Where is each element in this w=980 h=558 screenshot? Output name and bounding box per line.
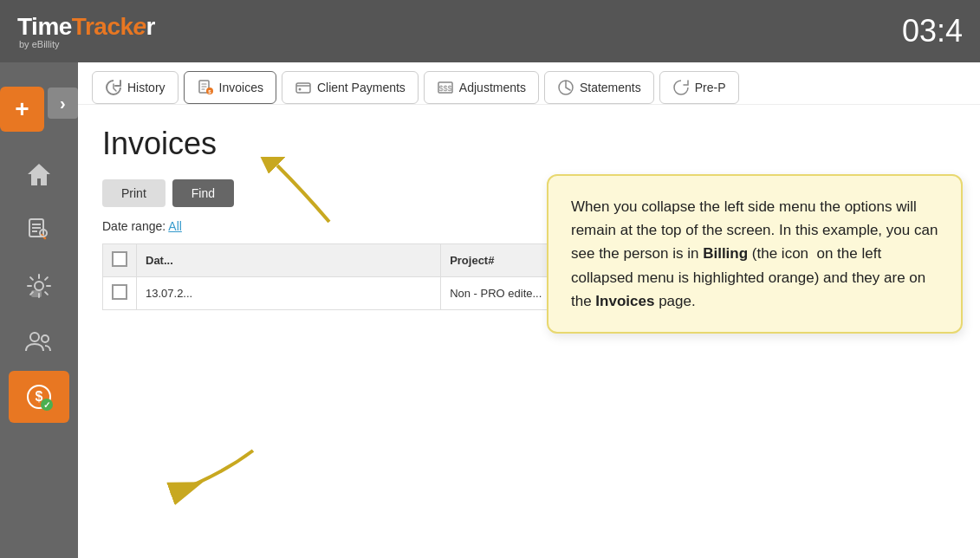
- col-header-checkbox: [103, 244, 137, 277]
- collapse-button[interactable]: ›: [48, 88, 78, 119]
- pre-p-icon: [672, 79, 690, 96]
- tab-invoices[interactable]: $ Invoices: [184, 71, 276, 104]
- logo-text: TimeTracker: [17, 13, 155, 41]
- date-range-label: Date range:: [102, 219, 165, 233]
- home-icon: [24, 160, 54, 190]
- adjustments-icon: $$$: [437, 79, 454, 96]
- statements-icon: [557, 79, 574, 96]
- billing-icon: $ ✓: [24, 382, 54, 412]
- team-icon: [24, 327, 54, 356]
- sidebar-nav: $ ✓: [0, 149, 78, 423]
- client-payments-icon: [295, 79, 312, 96]
- tab-client-payments-label: Client Payments: [317, 81, 406, 94]
- tab-adjustments[interactable]: $$$ Adjustments: [424, 71, 539, 104]
- sidebar-item-home[interactable]: [9, 149, 69, 201]
- tab-bar: History $ Invoices: [78, 62, 980, 105]
- invoices-icon: $: [197, 79, 214, 96]
- arrow-to-billing: [158, 442, 262, 515]
- tooltip-text3: page.: [654, 293, 695, 309]
- reports-icon: [24, 216, 54, 245]
- find-button[interactable]: Find: [172, 179, 234, 207]
- logo-sub: by eBillity: [19, 39, 59, 49]
- row-checkbox-cell: [103, 277, 137, 310]
- tooltip-bold1: Billing: [703, 245, 748, 262]
- tab-adjustments-label: Adjustments: [459, 81, 526, 94]
- main-layout: + ›: [0, 62, 980, 558]
- content-area: History $ Invoices: [78, 62, 980, 558]
- svg-text:✓: ✓: [43, 400, 50, 410]
- tab-history-label: History: [127, 81, 165, 94]
- svg-rect-6: [31, 290, 42, 297]
- svg-point-7: [30, 333, 39, 341]
- header-checkbox[interactable]: [112, 251, 127, 267]
- print-button[interactable]: Print: [102, 179, 165, 207]
- tooltip-box: When you collapse the left side menu the…: [547, 174, 963, 334]
- svg-rect-16: [296, 83, 310, 93]
- sidebar-top-row: + ›: [0, 75, 78, 132]
- date-range-link[interactable]: All: [168, 219, 182, 233]
- arrow-to-tab: [251, 157, 355, 230]
- tab-client-payments[interactable]: Client Payments: [282, 71, 419, 104]
- row-checkbox[interactable]: [112, 284, 127, 300]
- tab-statements-label: Statements: [580, 81, 641, 94]
- add-button[interactable]: +: [0, 87, 44, 132]
- tab-pre-p-label: Pre-P: [695, 81, 726, 94]
- sidebar-item-reports[interactable]: [9, 204, 69, 256]
- top-bar: TimeTracker by eBillity 03:4: [0, 0, 980, 62]
- svg-text:$$$: $$$: [438, 84, 451, 93]
- sidebar-item-settings[interactable]: [9, 260, 69, 312]
- settings-icon: [24, 271, 54, 301]
- tab-statements[interactable]: Statements: [544, 71, 654, 104]
- svg-point-17: [298, 88, 301, 91]
- page-content: Invoices Print Find Date range:: [78, 105, 980, 558]
- svg-point-8: [42, 335, 49, 342]
- sidebar-item-billing[interactable]: $ ✓: [9, 371, 69, 423]
- sidebar: + ›: [0, 62, 78, 558]
- svg-point-5: [35, 282, 43, 290]
- history-icon: [105, 79, 122, 96]
- col-header-date: Dat...: [137, 244, 441, 277]
- row-date: 13.07.2...: [137, 277, 441, 310]
- logo-area: TimeTracker by eBillity: [17, 13, 155, 49]
- clock-display: 03:4: [902, 13, 963, 49]
- tab-invoices-label: Invoices: [219, 81, 263, 94]
- tooltip-bold2: Invoices: [595, 293, 654, 309]
- page-title: Invoices: [102, 126, 956, 162]
- tab-pre-p[interactable]: Pre-P: [659, 71, 739, 104]
- sidebar-item-team[interactable]: [9, 315, 69, 367]
- tab-history[interactable]: History: [92, 71, 178, 104]
